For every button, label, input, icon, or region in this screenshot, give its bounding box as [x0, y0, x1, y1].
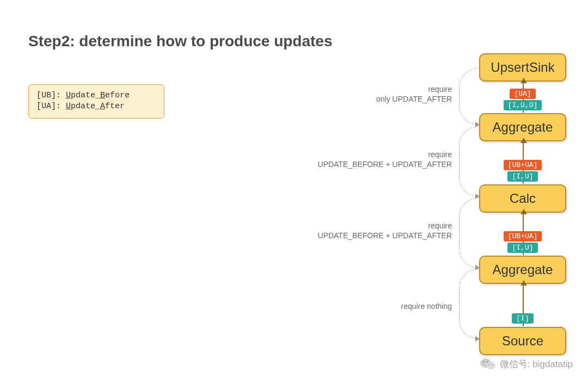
arc-agg2-source	[459, 269, 479, 339]
inputs-tag-agg1: [I,U,D]	[504, 100, 542, 110]
arc-calc-agg2	[459, 197, 479, 268]
req-label-1: require only UPDATE_AFTER	[327, 85, 452, 104]
updates-tag-calc: [UB+UA]	[504, 160, 542, 170]
legend-line-ua: [UA]: Update_After	[36, 101, 156, 112]
svg-point-2	[483, 361, 485, 363]
req-label-4: require nothing	[327, 302, 452, 312]
svg-point-3	[487, 361, 488, 363]
svg-point-4	[488, 364, 489, 365]
arc-sink-agg1	[459, 68, 479, 125]
watermark: 微信号: bigdatatip	[480, 357, 573, 370]
legend-box: [UB]: Update_Before [UA]: Update_After	[28, 84, 164, 119]
svg-point-5	[492, 364, 493, 365]
tags-agg2: [UB+UA] [I,U]	[479, 231, 566, 253]
node-source: Source	[479, 327, 566, 355]
legend-line-ub: [UB]: Update_Before	[36, 90, 156, 101]
inputs-tag-agg2: [I,U]	[507, 243, 537, 253]
inputs-tag-source: [I]	[512, 313, 533, 324]
svg-point-1	[486, 362, 495, 369]
page-title: Step2: determine how to produce updates	[28, 33, 333, 50]
watermark-text: 微信号: bigdatatip	[500, 358, 573, 370]
wechat-icon	[480, 357, 495, 370]
inputs-tag-calc: [I,U]	[507, 171, 537, 182]
req-label-2: require UPDATE_BEFORE + UPDATE_AFTER	[294, 150, 452, 169]
updates-tag-agg2: [UB+UA]	[504, 231, 542, 241]
updates-tag-agg1: [UA]	[510, 89, 535, 99]
tags-source: [I]	[479, 313, 566, 324]
req-label-3: require UPDATE_BEFORE + UPDATE_AFTER	[294, 221, 452, 240]
arc-agg1-calc	[459, 126, 479, 197]
tags-agg1: [UA] [I,U,D]	[479, 89, 566, 110]
tags-calc: [UB+UA] [I,U]	[479, 160, 566, 182]
